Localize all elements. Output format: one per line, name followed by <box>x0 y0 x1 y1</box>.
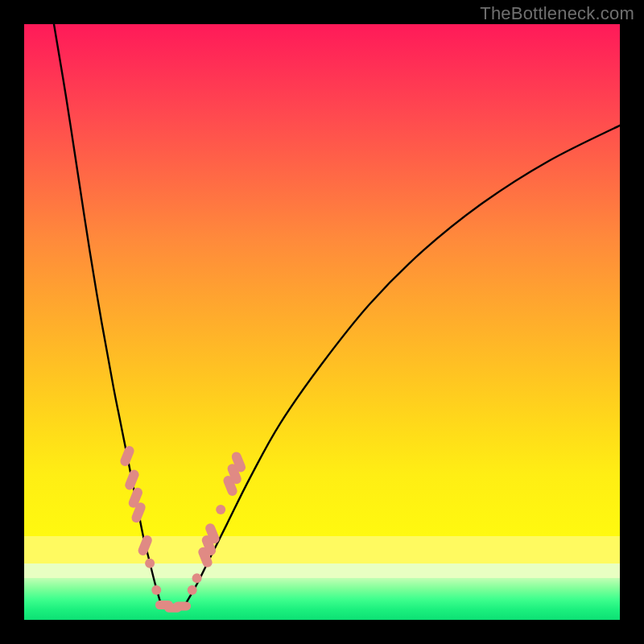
data-marker <box>192 573 202 583</box>
watermark-text: TheBottleneck.com <box>480 3 634 24</box>
marker-layer <box>119 444 247 613</box>
data-marker <box>137 534 154 557</box>
curve-right-curve <box>185 126 620 605</box>
chart-svg <box>24 24 620 620</box>
plot-area <box>24 24 620 620</box>
data-marker <box>188 585 197 595</box>
data-marker <box>173 601 191 610</box>
chart-frame: TheBottleneck.com <box>0 0 644 644</box>
data-marker <box>151 585 161 595</box>
data-marker <box>119 444 136 468</box>
data-marker <box>216 505 225 514</box>
data-marker <box>145 559 155 568</box>
curve-left-curve <box>54 24 161 605</box>
